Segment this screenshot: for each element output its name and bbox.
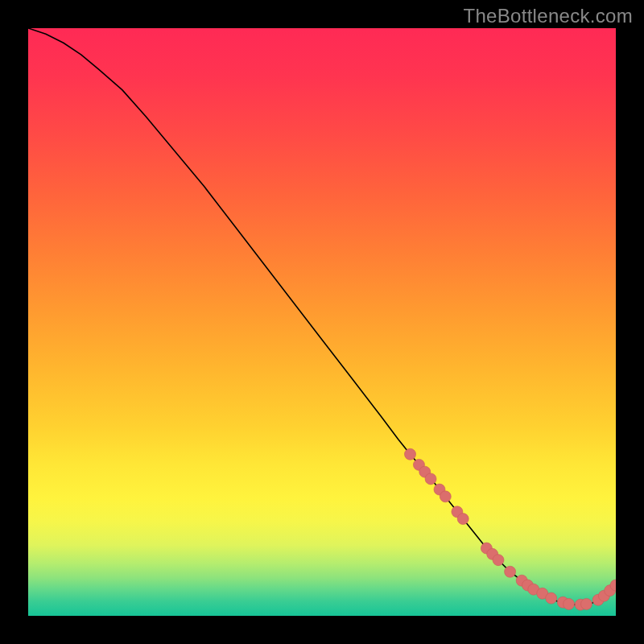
marker-point bbox=[457, 514, 469, 525]
marker-point bbox=[564, 598, 575, 609]
plot-background bbox=[28, 28, 616, 616]
marker-point bbox=[546, 592, 557, 604]
chart-frame: TheBottleneck.com bbox=[0, 0, 644, 644]
marker-point bbox=[505, 566, 516, 577]
marker-point bbox=[425, 473, 436, 485]
marker-point bbox=[440, 491, 451, 502]
chart-svg bbox=[28, 28, 616, 616]
marker-point bbox=[493, 555, 504, 566]
watermark-text: TheBottleneck.com bbox=[463, 5, 633, 27]
marker-point bbox=[405, 448, 416, 460]
marker-point bbox=[581, 598, 592, 609]
